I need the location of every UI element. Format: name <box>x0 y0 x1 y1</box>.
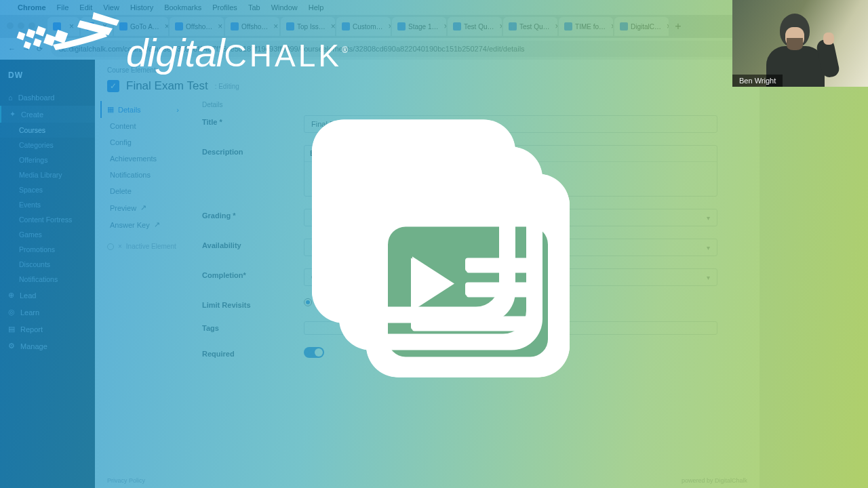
description-label: Description <box>202 145 304 197</box>
browser-tab[interactable]: DigitalC…× <box>614 17 669 36</box>
sidebar-sub-categories[interactable]: Categories <box>0 138 95 152</box>
browser-tab[interactable]: TIME fo…× <box>559 17 613 36</box>
svg-rect-32 <box>366 174 570 377</box>
availability-label: Availability <box>202 239 304 256</box>
svg-marker-0 <box>92 12 119 26</box>
localnav-delete[interactable]: Delete <box>107 183 182 199</box>
app-sidebar: DW ⌂ Dashboard ✦ Create Courses Categori… <box>0 60 95 488</box>
sidebar-sub-notifications[interactable]: Notifications <box>0 272 95 287</box>
localnav-notifications[interactable]: Notifications <box>107 167 182 183</box>
required-label: Required <box>202 347 304 358</box>
sidebar-sub-media[interactable]: Media Library <box>0 167 95 182</box>
new-tab-button[interactable]: + <box>670 18 686 35</box>
svg-rect-8 <box>54 30 68 44</box>
localnav-answerkey[interactable]: Answer Key ↗ <box>107 216 182 233</box>
inactive-element-toggle[interactable]: × Inactive Element <box>107 243 182 250</box>
svg-rect-2 <box>17 32 26 41</box>
sidebar-sub-courses[interactable]: Courses <box>0 123 95 138</box>
sidebar-sub-offerings[interactable]: Offerings <box>0 152 95 167</box>
sidebar-item-learn[interactable]: ◎ Learn <box>0 304 95 321</box>
localnav-content[interactable]: Content <box>107 118 182 134</box>
close-icon[interactable]: × <box>500 22 502 31</box>
sidebar-item-lead[interactable]: ⊕ Lead <box>0 287 95 304</box>
completion-label: Completion* <box>202 268 304 286</box>
presenter-name: Ben Wright <box>732 75 783 87</box>
close-icon[interactable]: × <box>667 22 669 31</box>
close-icon[interactable]: × <box>611 22 613 31</box>
title-label: Title * <box>202 115 304 133</box>
svg-rect-5 <box>24 41 32 49</box>
svg-rect-7 <box>43 34 56 46</box>
sidebar-item-report[interactable]: ▤ Report <box>0 321 95 338</box>
svg-rect-4 <box>35 26 45 36</box>
sidebar-sub-promotions[interactable]: Promotions <box>0 242 95 257</box>
desktop-gap <box>760 60 868 488</box>
browser-tab[interactable]: Test Qu…× <box>448 17 502 36</box>
local-nav: ▦ Details › Content Config Achievements … <box>107 101 182 370</box>
localnav-details[interactable]: ▦ Details › <box>100 101 182 118</box>
svg-rect-3 <box>26 29 35 39</box>
grading-label: Grading * <box>202 209 304 226</box>
browser-tab[interactable]: Stage 1…× <box>392 17 446 36</box>
close-icon[interactable]: × <box>555 22 558 31</box>
video-thumbnail-icon[interactable] <box>292 106 576 393</box>
svg-rect-36 <box>412 317 534 331</box>
localnav-config[interactable]: Config <box>107 134 182 150</box>
privacy-link[interactable]: Privacy Policy <box>107 477 145 484</box>
checkbox-icon[interactable]: ✓ <box>107 80 119 92</box>
status-badge: : Editing <box>215 83 239 90</box>
sidebar-item-manage[interactable]: ⚙ Manage <box>0 338 95 354</box>
limit-label: Limit Revisits <box>202 298 304 309</box>
presenter-webcam: Ben Wright <box>732 0 868 87</box>
sidebar-sub-spaces[interactable]: Spaces <box>0 182 95 197</box>
localnav-preview[interactable]: Preview ↗ <box>107 199 182 216</box>
digitalchalk-logo: digitalCHALK® <box>14 8 347 69</box>
svg-rect-34 <box>467 259 534 272</box>
powered-by: powered by DigitalChalk <box>682 477 747 484</box>
sidebar-sub-discounts[interactable]: Discounts <box>0 257 95 272</box>
svg-rect-35 <box>467 283 534 297</box>
tags-label: Tags <box>202 321 304 335</box>
browser-tab[interactable]: Test Qu…× <box>503 17 557 36</box>
presenter-figure <box>758 9 833 84</box>
svg-rect-6 <box>33 39 42 47</box>
close-icon[interactable]: × <box>388 22 391 31</box>
sidebar-item-create[interactable]: ✦ Create <box>0 106 95 123</box>
sidebar-sub-games[interactable]: Games <box>0 227 95 242</box>
localnav-achievements[interactable]: Achievements <box>107 150 182 167</box>
close-icon[interactable]: × <box>444 22 447 31</box>
page-title: Final Exam Test <box>126 79 208 93</box>
sidebar-sub-fortress[interactable]: Content Fortress <box>0 212 95 227</box>
chalk-swoosh-icon <box>14 8 122 69</box>
sidebar-item-dashboard[interactable]: ⌂ Dashboard <box>0 89 95 106</box>
sidebar-sub-events[interactable]: Events <box>0 197 95 212</box>
